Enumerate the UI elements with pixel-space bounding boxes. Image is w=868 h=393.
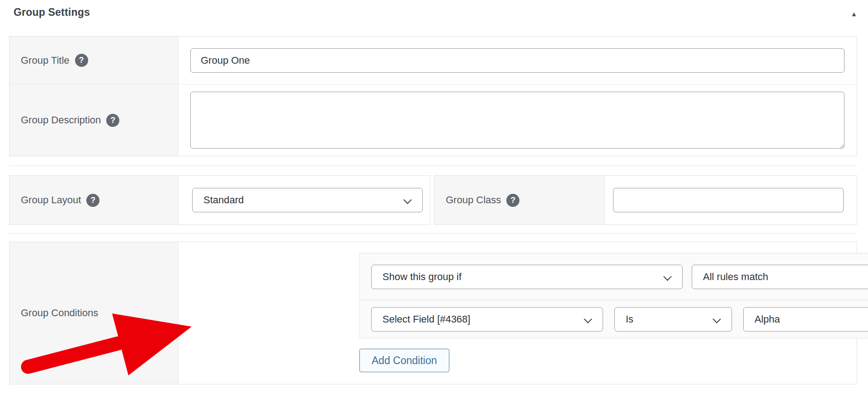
group-conditions-label-cell: Group Conditions <box>9 242 179 384</box>
condition-operator-select[interactable]: Is <box>614 307 732 332</box>
section-separator <box>9 233 857 234</box>
settings-table-conditions: Group Conditions Show this group if All … <box>9 242 857 384</box>
group-layout-select[interactable]: Standard <box>192 188 423 212</box>
group-description-label: Group Description <box>21 114 101 126</box>
settings-table-class: Group Class ? <box>434 175 857 225</box>
condition-operator-select-value: Is <box>626 313 633 325</box>
group-description-label-cell: Group Description ? <box>9 84 179 156</box>
group-layout-content-cell: Standard <box>179 176 433 225</box>
help-icon[interactable]: ? <box>106 114 119 127</box>
group-title-label: Group Title <box>21 55 70 66</box>
chevron-down-icon <box>584 315 592 323</box>
group-class-label-cell: Group Class ? <box>434 176 605 225</box>
condition-rule-row: Select Field [#4368] Is Alpha <box>360 300 868 338</box>
panel-header: Group Settings ▲ <box>0 0 868 25</box>
group-class-input[interactable] <box>613 188 844 212</box>
condition-value-select[interactable]: Alpha <box>743 307 868 332</box>
group-conditions-row: Group Conditions Show this group if All … <box>9 242 857 384</box>
group-description-textarea[interactable] <box>190 92 844 149</box>
condition-field-select[interactable]: Select Field [#4368] <box>371 307 603 332</box>
add-condition-button[interactable]: Add Condition <box>359 349 449 372</box>
group-class-row: Group Class ? <box>434 176 857 225</box>
settings-table-main: Group Title ? Group Description ? <box>9 36 857 156</box>
group-description-row: Group Description ? <box>9 84 857 156</box>
group-layout-select-value: Standard <box>203 194 244 206</box>
help-icon[interactable]: ? <box>86 194 99 207</box>
group-conditions-content-cell: Show this group if All rules match Selec… <box>179 242 857 384</box>
group-layout-row: Group Layout ? Standard <box>9 176 430 225</box>
section-separator <box>9 165 857 166</box>
condition-logic-row: Show this group if All rules match <box>360 253 868 300</box>
group-title-content-cell <box>179 37 857 84</box>
group-description-content-cell <box>179 84 857 156</box>
group-title-input[interactable] <box>190 48 844 73</box>
help-icon[interactable]: ? <box>75 54 88 67</box>
help-icon[interactable]: ? <box>506 194 519 207</box>
condition-builder: Show this group if All rules match Selec… <box>359 253 868 338</box>
condition-match-select-value: All rules match <box>703 271 768 283</box>
group-class-label: Group Class <box>446 194 501 206</box>
group-conditions-label: Group Conditions <box>21 307 98 319</box>
group-title-row: Group Title ? <box>9 37 857 84</box>
chevron-down-icon <box>403 196 411 204</box>
condition-logic-select[interactable]: Show this group if <box>371 265 683 289</box>
group-title-label-cell: Group Title ? <box>9 37 179 84</box>
group-layout-label-cell: Group Layout ? <box>9 176 179 225</box>
page-title: Group Settings <box>14 6 90 19</box>
group-class-content-cell <box>605 176 857 225</box>
collapse-toggle-icon[interactable]: ▲ <box>847 8 861 20</box>
condition-match-select[interactable]: All rules match <box>692 265 868 289</box>
chevron-down-icon <box>712 315 721 323</box>
condition-logic-select-value: Show this group if <box>382 271 462 283</box>
group-layout-label: Group Layout <box>21 194 81 206</box>
condition-field-select-value: Select Field [#4368] <box>382 313 470 325</box>
condition-value-select-value: Alpha <box>755 313 780 325</box>
chevron-down-icon <box>663 272 671 281</box>
settings-table-layout: Group Layout ? Standard <box>9 175 430 225</box>
